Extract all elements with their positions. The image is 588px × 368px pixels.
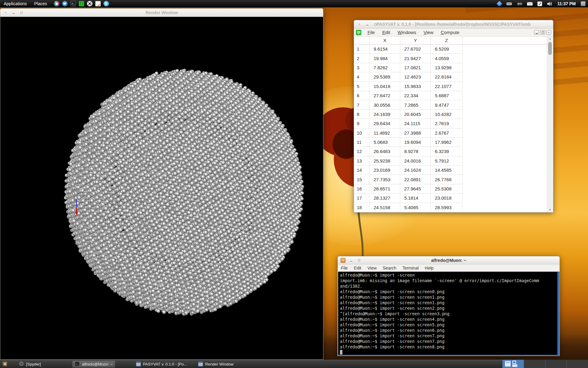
terminal-menu-file[interactable]: File (338, 264, 351, 272)
minimize-icon[interactable] (11, 10, 16, 15)
package-icon[interactable] (79, 1, 84, 6)
close-icon[interactable]: × (341, 258, 345, 263)
terminal-menu-search[interactable]: Search (380, 264, 399, 272)
table-cell[interactable]: 10.4282 (431, 110, 462, 119)
pasyvat-menu-file[interactable]: File (364, 29, 379, 36)
scroll-up-icon[interactable]: ▲ (547, 37, 553, 40)
table-cell[interactable]: 12.4623 (400, 72, 431, 82)
table-cell[interactable]: 27.6472 (370, 91, 400, 100)
table-cell[interactable]: 9.4747 (431, 100, 462, 109)
mdi-minimize-icon[interactable] (534, 30, 539, 35)
notes-icon[interactable] (95, 1, 101, 6)
qt-app-icon[interactable]: Qt (356, 30, 361, 35)
pasyvat-menu-compute[interactable]: Compute (437, 29, 463, 36)
scrollbar-thumb[interactable] (548, 42, 552, 55)
row-number[interactable]: 8 (354, 110, 370, 119)
table-cell[interactable]: 2.6767 (431, 128, 462, 138)
table-cell[interactable]: 23.0169 (370, 166, 400, 175)
draw-icon[interactable] (87, 1, 92, 6)
render-viewport[interactable] (0, 17, 323, 359)
table-cell[interactable]: 26.7768 (431, 175, 462, 184)
row-number[interactable]: 16 (354, 184, 370, 194)
table-cell[interactable]: 5.7912 (431, 156, 462, 166)
minimize-icon[interactable] (349, 258, 353, 263)
pasyvat-menu-windows[interactable]: Windows (394, 29, 420, 36)
table-cell[interactable]: 22.8184 (431, 72, 462, 82)
table-cell[interactable]: 4.0559 (431, 54, 462, 63)
row-number[interactable]: 5 (354, 82, 370, 91)
taskbar-item[interactable]: Render Window (196, 361, 236, 368)
row-number[interactable]: 7 (354, 100, 370, 109)
taskbar-item[interactable]: >_alfredo@Muon: ~ (72, 361, 115, 368)
workspace-1[interactable] (502, 360, 524, 368)
volume-icon[interactable] (547, 2, 552, 6)
close-icon[interactable]: × (357, 22, 362, 27)
table-cell[interactable]: 24.1624 (400, 166, 431, 175)
row-number[interactable]: 10 (354, 128, 370, 138)
table-cell[interactable]: 22.1077 (431, 82, 462, 91)
mail-icon[interactable] (527, 2, 533, 6)
workspace-4[interactable] (567, 360, 588, 368)
language-indicator[interactable]: en (517, 1, 522, 6)
table-cell[interactable]: 5.4085 (400, 203, 431, 212)
table-cell[interactable]: 28.1327 (370, 194, 400, 203)
table-cell[interactable]: 5.0683 (370, 138, 400, 147)
close-icon[interactable]: × (3, 10, 8, 15)
terminal-scrollbar[interactable] (557, 272, 560, 356)
terminal-titlebar[interactable]: × alfredo@Muon: ~ (338, 256, 560, 264)
table-cell[interactable]: 27.9645 (400, 184, 431, 194)
terminal-menu-terminal[interactable]: Terminal (399, 264, 422, 272)
table-cell[interactable]: 22.0891 (400, 175, 431, 184)
table-cell[interactable]: 28.8571 (370, 184, 400, 194)
taskbar-item[interactable]: [Spyder] (17, 361, 43, 368)
row-number[interactable]: 6 (354, 91, 370, 100)
table-cell[interactable]: 11.4892 (370, 128, 400, 138)
terminal-content[interactable]: alfredo@Muon:~$ import -screenimport.im6… (338, 272, 559, 356)
table-cell[interactable]: 24.5158 (370, 203, 400, 212)
table-cell[interactable]: 6.3239 (431, 147, 462, 156)
pasyvat-titlebar[interactable]: × PASYVAT v. 0.1.0 - [Positions /home/al… (354, 20, 553, 29)
table-cell[interactable]: 15.0418 (370, 82, 400, 91)
table-cell[interactable]: 23.0018 (431, 194, 462, 203)
table-cell[interactable]: 13.9298 (431, 63, 462, 72)
row-number[interactable]: 13 (354, 156, 370, 166)
table-cell[interactable]: 14.4585 (431, 166, 462, 175)
row-number[interactable]: 14 (354, 166, 370, 175)
pasyvat-menu-edit[interactable]: Edit (379, 29, 394, 36)
column-header-X[interactable]: X (370, 36, 400, 44)
table-cell[interactable]: 20.6045 (400, 110, 431, 119)
table-cell[interactable]: 29.6434 (370, 119, 400, 128)
scroll-down-icon[interactable]: ▼ (547, 208, 553, 211)
row-number[interactable]: 18 (354, 203, 370, 212)
clock[interactable]: 11:37 PM (557, 1, 576, 6)
row-number[interactable]: 15 (354, 175, 370, 184)
table-cell[interactable]: 24.0016 (400, 156, 431, 166)
table-cell[interactable]: 19.984 (370, 54, 400, 63)
clipboard-icon[interactable] (581, 1, 586, 6)
applications-menu[interactable]: Applications (0, 0, 31, 7)
maximize-icon[interactable] (373, 22, 378, 27)
table-cell[interactable]: 2.7819 (431, 119, 462, 128)
maximize-icon[interactable] (356, 258, 361, 263)
table-cell[interactable]: 19.6094 (400, 138, 431, 147)
table-cell[interactable]: 8.9278 (400, 147, 431, 156)
row-number[interactable]: 12 (354, 147, 370, 156)
table-vscrollbar[interactable]: ▲ ▼ (547, 36, 553, 212)
table-cell[interactable]: 17.9962 (431, 138, 462, 147)
table-cell[interactable]: 28.5993 (431, 203, 462, 212)
table-cell[interactable]: 26.6483 (370, 147, 400, 156)
table-cell[interactable]: 5.6887 (431, 91, 462, 100)
table-cell[interactable]: 21.9427 (400, 54, 431, 63)
maximize-icon[interactable] (19, 10, 24, 15)
screenshot-icon[interactable] (2, 362, 7, 366)
table-cell[interactable]: 27.6702 (400, 44, 431, 54)
row-number[interactable]: 1 (354, 44, 370, 54)
render-window-titlebar[interactable]: × Render Window (0, 9, 323, 17)
row-number[interactable]: 17 (354, 194, 370, 203)
dropbox-icon[interactable] (497, 1, 502, 6)
table-cell[interactable]: 29.5389 (370, 72, 400, 82)
pasyvat-menu-view[interactable]: View (420, 29, 437, 36)
table-cell[interactable]: 9.6154 (370, 44, 400, 54)
table-cell[interactable]: 6.5209 (431, 44, 462, 54)
table-cell[interactable]: 25.5308 (431, 184, 462, 194)
